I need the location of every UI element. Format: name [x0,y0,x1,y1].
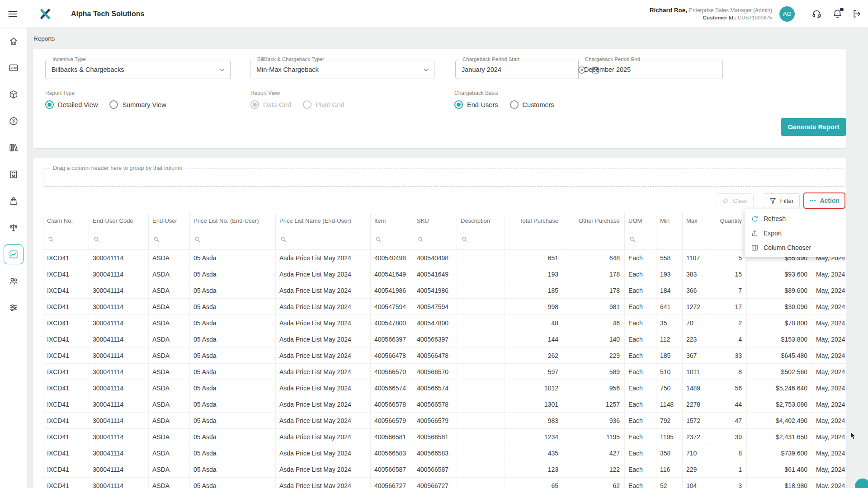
filter-cell[interactable] [709,228,747,250]
table-row[interactable]: IXCD41300041114ASDA05 AsdaAsda Price Lis… [43,250,846,266]
column-header[interactable]: End-User Code [89,213,149,228]
filter-cell[interactable] [457,228,505,250]
sidebar-item-pricing[interactable]: $ [4,111,24,131]
filter-cell[interactable] [89,228,149,250]
avatar[interactable]: AG [779,6,795,22]
menu-icon[interactable] [7,9,18,19]
column-header[interactable]: Description [457,213,505,228]
action-menu-item-refresh[interactable]: Refresh [745,211,846,226]
column-header[interactable]: Max [683,213,709,228]
column-header[interactable]: End-User [149,213,190,228]
table-row[interactable]: IXCD41300041114ASDA05 AsdaAsda Price Lis… [43,299,846,315]
column-header[interactable]: Other Purchase [563,213,625,228]
sidebar-item-home[interactable] [4,31,24,51]
period-start-field[interactable]: Chargeback Period Start January 2024 [456,60,578,79]
filter-cell[interactable] [276,228,371,250]
cell: 1272 [683,299,709,315]
bell-icon[interactable] [832,9,843,19]
calendar-icon[interactable] [591,66,600,75]
filter-cell[interactable] [656,228,683,250]
filter-cell[interactable] [371,228,413,250]
cell: 358 [656,445,683,461]
cell: $5,246.640 [747,380,812,396]
incentive-type-select[interactable]: Incentive Type Billbacks & Chargebacks [45,60,231,79]
cell: 262 [505,347,563,364]
refresh-icon [751,215,759,223]
cell: 05 Asda [190,413,276,429]
table-row[interactable]: IXCD41300041114ASDA05 AsdaAsda Price Lis… [43,331,846,347]
action-button[interactable]: Action [805,197,844,204]
table-row[interactable]: IXCD41300041114ASDA05 AsdaAsda Price Lis… [43,282,846,299]
headset-icon[interactable] [811,9,822,19]
table-row[interactable]: IXCD41300041114ASDA05 AsdaAsda Price Lis… [43,364,846,380]
table-row[interactable]: IXCD41300041114ASDA05 AsdaAsda Price Lis… [43,380,846,396]
radio-detailed-view[interactable]: Detailed View [45,100,98,109]
filter-cell[interactable] [625,228,656,250]
table-row[interactable]: IXCD41300041114ASDA05 AsdaAsda Price Lis… [43,266,846,282]
action-menu-item-column-chooser[interactable]: Column Chooser [745,240,846,255]
filter-cell[interactable] [505,228,563,250]
column-header[interactable]: Claim No. [43,213,89,228]
sidebar-item-organization[interactable] [4,164,24,184]
radio-end-users[interactable]: End-Users [454,100,498,109]
svg-text:$: $ [12,118,15,123]
cell: ASDA [149,347,190,364]
cell: 17 [709,299,747,315]
sidebar-item-users[interactable] [4,271,24,291]
column-header[interactable]: Item [371,213,413,228]
filter-cell[interactable] [43,228,89,250]
cell: 435 [505,445,563,461]
clear-date-icon[interactable] [577,66,586,75]
table-row[interactable]: IXCD41300041114ASDA05 AsdaAsda Price Lis… [43,347,846,364]
home-icon [9,36,19,46]
table-row[interactable]: IXCD41300041114ASDA05 AsdaAsda Price Lis… [43,413,846,429]
table-row[interactable]: IXCD41300041114ASDA05 AsdaAsda Price Lis… [43,396,846,413]
table-row[interactable]: IXCD41300041114ASDA05 AsdaAsda Price Lis… [43,478,846,488]
radio-summary-view[interactable]: Summary View [109,100,166,109]
sidebar-item-catalog[interactable] [4,138,24,158]
group-by-panel[interactable]: Drag a column header here to group by th… [43,169,845,187]
logout-icon[interactable] [852,9,862,19]
cell: 1195 [563,429,625,445]
table-row[interactable]: IXCD41300041114ASDA05 AsdaAsda Price Lis… [43,315,846,331]
cell: 300041114 [89,364,149,380]
table-row[interactable]: IXCD41300041114ASDA05 AsdaAsda Price Lis… [43,445,846,461]
sidebar-item-settings[interactable] [4,298,24,318]
cell: 05 Asda [190,445,276,461]
column-header[interactable]: Min [656,213,683,228]
sidebar-item-crm[interactable]: CRM [4,58,24,78]
table-row[interactable]: IXCD41300041114ASDA05 AsdaAsda Price Lis… [43,429,846,445]
cell: 300041114 [89,331,149,347]
cell: ASDA [149,380,190,396]
column-header[interactable]: Price List Name (End-User) [276,213,371,228]
column-header[interactable]: Quantity [709,213,747,228]
filter-cell[interactable] [563,228,625,250]
column-header[interactable]: Price List No. (End-User) [190,213,276,228]
clear-button[interactable]: Clear [716,193,754,208]
filter-cell[interactable] [683,228,709,250]
filter-cell[interactable] [190,228,276,250]
column-header[interactable]: SKU [413,213,457,228]
sidebar-item-compliance[interactable] [4,218,24,238]
cell: 5 [709,250,747,266]
table-row[interactable]: IXCD41300041114ASDA05 AsdaAsda Price Lis… [43,461,846,478]
billback-type-select[interactable]: BillBack & Chargeback Type: Min-Max Char… [250,60,434,79]
filter-cell[interactable] [149,228,190,250]
sidebar-item-products[interactable] [4,84,24,104]
cell: IXCD41 [43,429,89,445]
floating-action-button[interactable] [855,479,868,488]
sidebar-item-reports[interactable] [4,244,24,264]
filter-button[interactable]: Filter [763,193,800,208]
cell [457,347,505,364]
cell: May, 2024 [812,413,846,429]
filter-cell[interactable] [413,228,457,250]
cell: Each [625,445,656,461]
column-header[interactable]: Total Purchase [505,213,563,228]
sidebar-item-procurement[interactable] [4,191,24,211]
generate-report-button[interactable]: Generate Report [781,118,846,136]
radio-customers[interactable]: Customers [510,100,554,109]
column-header[interactable]: UOM [625,213,656,228]
cell: ASDA [149,315,190,331]
action-menu-item-export[interactable]: Export [745,226,846,240]
crm-icon: CRM [9,63,19,73]
